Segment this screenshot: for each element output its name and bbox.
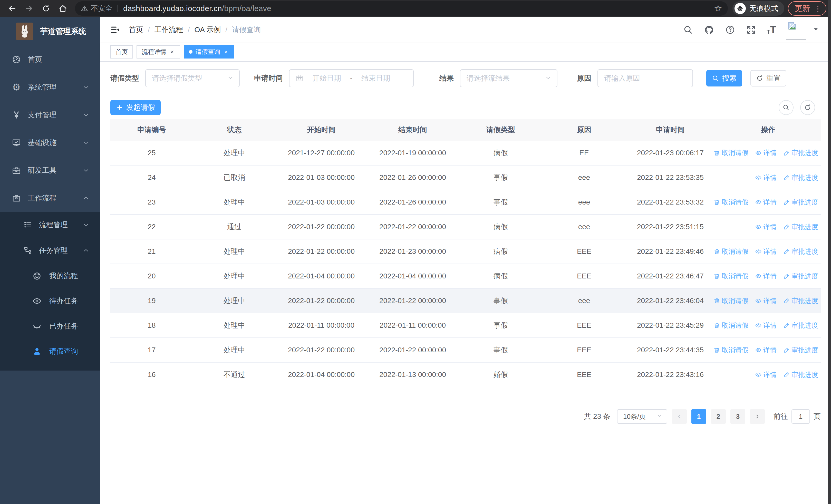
refresh-table-button[interactable] — [800, 100, 815, 115]
breadcrumb-item[interactable]: OA 示例 — [195, 25, 232, 35]
sidebar-item-task-mgmt[interactable]: 任务管理 — [0, 238, 100, 263]
cancel-leave-link[interactable]: 取消请假 — [713, 198, 748, 207]
breadcrumb-item[interactable]: 工作流程 — [154, 25, 195, 35]
search-button[interactable]: 搜索 — [706, 70, 742, 87]
tab-process-detail[interactable]: 流程详情 — [137, 45, 180, 59]
approval-progress-link[interactable]: 审批进度 — [783, 321, 818, 330]
search-button-label: 搜索 — [722, 73, 737, 83]
sidebar-item-devtools[interactable]: 研发工具 — [0, 156, 100, 184]
sidebar-item-process-mgmt[interactable]: 流程管理 — [0, 212, 100, 238]
back-icon[interactable] — [5, 1, 20, 16]
plus-icon — [116, 104, 123, 111]
avatar[interactable] — [786, 20, 806, 40]
cancel-leave-link[interactable]: 取消请假 — [713, 296, 748, 305]
breadcrumb-item[interactable]: 首页 — [129, 25, 154, 35]
goto-page-input[interactable] — [792, 409, 810, 424]
cancel-leave-link[interactable]: 取消请假 — [713, 247, 748, 256]
not-secure-badge[interactable]: 不安全 — [81, 4, 112, 13]
sidebar-collapse-icon[interactable] — [109, 24, 121, 36]
pagination-total: 共 23 条 — [584, 412, 610, 421]
sidebar-item-done-tasks[interactable]: 已办任务 — [0, 314, 100, 339]
create-leave-button[interactable]: 发起请假 — [110, 100, 161, 115]
home-icon[interactable] — [55, 1, 70, 16]
cancel-leave-link[interactable]: 取消请假 — [713, 148, 748, 157]
cell-apply-time: 2022-01-22 23:45:29 — [625, 313, 716, 338]
approval-progress-link[interactable]: 审批进度 — [783, 370, 818, 379]
result-input[interactable] — [466, 74, 545, 82]
col-type: 请假类型 — [458, 119, 543, 141]
detail-link[interactable]: 详情 — [755, 370, 777, 379]
page-button-1[interactable]: 1 — [691, 409, 706, 424]
detail-link[interactable]: 详情 — [755, 148, 777, 157]
detail-link[interactable]: 详情 — [755, 223, 777, 232]
apply-time-range-picker[interactable]: - — [289, 69, 414, 87]
reason-input[interactable] — [604, 74, 686, 82]
page-size-value: 10条/页 — [623, 412, 646, 421]
detail-link[interactable]: 详情 — [755, 272, 777, 281]
result-select[interactable] — [460, 69, 557, 87]
search-icon[interactable] — [682, 24, 694, 35]
url-text: dashboard.yudao.iocoder.cn/bpm/oa/leave — [123, 4, 710, 13]
sidebar-item-my-process[interactable]: 我的流程 — [0, 263, 100, 289]
detail-link[interactable]: 详情 — [755, 198, 777, 207]
url-bar[interactable]: 不安全 dashboard.yudao.iocoder.cn/bpm/oa/le… — [75, 1, 728, 16]
close-icon[interactable] — [169, 49, 175, 55]
app-logo[interactable]: 芋道管理系统 — [0, 17, 100, 46]
cancel-leave-link[interactable]: 取消请假 — [713, 272, 748, 281]
browser-menu-icon[interactable] — [814, 4, 822, 13]
detail-link[interactable]: 详情 — [755, 173, 777, 182]
tab-home[interactable]: 首页 — [110, 45, 133, 59]
approval-progress-link[interactable]: 审批进度 — [783, 346, 818, 355]
browser-update-button[interactable]: 更新 — [788, 1, 826, 16]
tab-leave-query[interactable]: 请假查询 — [184, 45, 234, 59]
help-icon[interactable] — [724, 24, 736, 35]
fullscreen-icon[interactable] — [746, 24, 757, 35]
incognito-badge: 无痕模式 — [733, 1, 784, 16]
caret-down-icon[interactable] — [812, 26, 819, 34]
cancel-leave-link[interactable]: 取消请假 — [713, 346, 748, 355]
forward-icon[interactable] — [22, 1, 36, 16]
leave-type-select[interactable] — [145, 69, 240, 87]
trash-icon — [713, 150, 720, 156]
reload-icon[interactable] — [38, 1, 53, 16]
next-page-button[interactable] — [750, 409, 765, 424]
close-icon[interactable] — [223, 49, 229, 55]
approval-progress-link[interactable]: 审批进度 — [783, 296, 818, 305]
sidebar-item-payment[interactable]: 支付管理 — [0, 101, 100, 129]
leave-type-input[interactable] — [152, 74, 227, 82]
sidebar-item-home[interactable]: 首页 — [0, 46, 100, 73]
bookmark-star-icon[interactable] — [714, 3, 722, 14]
sidebar-item-todo-tasks[interactable]: 待办任务 — [0, 289, 100, 314]
sidebar-item-label: 我的流程 — [49, 271, 90, 281]
sidebar-item-infra[interactable]: 基础设施 — [0, 129, 100, 156]
github-icon[interactable] — [704, 24, 715, 35]
page-size-select[interactable]: 10条/页 — [617, 409, 667, 424]
approval-progress-link[interactable]: 审批进度 — [783, 198, 818, 207]
chevron-down-icon — [82, 139, 90, 147]
end-date-input[interactable] — [356, 74, 395, 82]
page-button-2[interactable]: 2 — [711, 409, 726, 424]
font-size-icon[interactable] — [767, 25, 776, 35]
reset-button[interactable]: 重置 — [750, 70, 786, 87]
cancel-leave-link[interactable]: 取消请假 — [713, 321, 748, 330]
approval-progress-link[interactable]: 审批进度 — [783, 247, 818, 256]
reason-field[interactable] — [598, 69, 693, 87]
detail-link[interactable]: 详情 — [755, 296, 777, 305]
cell-type: 事假 — [458, 165, 543, 190]
start-date-input[interactable] — [308, 74, 346, 82]
detail-link[interactable]: 详情 — [755, 321, 777, 330]
sidebar-item-leave-query[interactable]: 请假查询 — [0, 339, 100, 364]
page-button-3[interactable]: 3 — [730, 409, 745, 424]
approval-progress-link[interactable]: 审批进度 — [783, 148, 818, 157]
approval-progress-link[interactable]: 审批进度 — [783, 173, 818, 182]
toggle-search-button[interactable] — [779, 100, 794, 115]
sidebar-item-system[interactable]: ⚙ 系统管理 — [0, 73, 100, 101]
prev-page-button[interactable] — [672, 409, 687, 424]
approval-progress-link[interactable]: 审批进度 — [783, 272, 818, 281]
window-scrollbar[interactable] — [828, 0, 831, 504]
detail-link[interactable]: 详情 — [755, 247, 777, 256]
eye-icon — [755, 199, 762, 206]
sidebar-item-workflow[interactable]: 工作流程 — [0, 184, 100, 212]
approval-progress-link[interactable]: 审批进度 — [783, 223, 818, 232]
detail-link[interactable]: 详情 — [755, 346, 777, 355]
